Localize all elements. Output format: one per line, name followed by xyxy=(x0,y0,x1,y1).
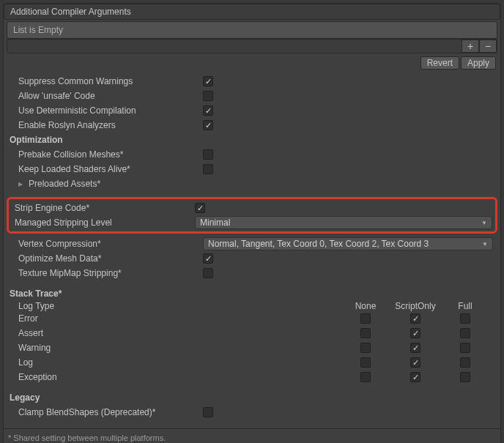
full-header: Full xyxy=(440,301,490,311)
exception-scriptonly-checkbox[interactable] xyxy=(410,372,420,382)
optimize-mesh-label: Optimize Mesh Data* xyxy=(18,253,203,264)
shared-setting-footnote: * Shared setting between multiple platfo… xyxy=(4,428,500,443)
chevron-down-icon: ▼ xyxy=(481,220,487,226)
list-footer: + − xyxy=(7,39,497,53)
vertex-compression-value: Normal, Tangent, Tex Coord 0, Tex Coord … xyxy=(208,239,429,249)
chevron-right-icon: ▶ xyxy=(18,181,26,187)
log-none-checkbox[interactable] xyxy=(360,357,371,368)
vertex-compression-dropdown[interactable]: Normal, Tangent, Tex Coord 0, Tex Coord … xyxy=(203,237,493,250)
keep-shaders-label: Keep Loaded Shaders Alive* xyxy=(18,164,203,174)
strip-engine-label: Strip Engine Code* xyxy=(15,203,195,213)
error-scriptonly-checkbox[interactable] xyxy=(410,313,420,324)
vertex-compression-row: Vertex Compression* Normal, Tangent, Tex… xyxy=(8,237,496,251)
allow-unsafe-label: Allow 'unsafe' Code xyxy=(18,91,203,101)
preloaded-assets-label: Preloaded Assets* xyxy=(29,179,100,189)
assert-full-checkbox[interactable] xyxy=(460,328,470,338)
roslyn-label: Enable Roslyn Analyzers xyxy=(18,120,203,130)
clamp-blendshapes-checkbox[interactable] xyxy=(203,407,213,417)
optimization-section: Optimization xyxy=(8,133,496,147)
deterministic-row: Use Deterministic Compilation xyxy=(8,103,496,118)
error-label: Error xyxy=(18,313,341,324)
error-none-checkbox[interactable] xyxy=(360,313,371,324)
keep-shaders-checkbox[interactable] xyxy=(203,164,213,174)
highlighted-stripping-section: Strip Engine Code* Managed Stripping Lev… xyxy=(7,197,497,234)
apply-button[interactable]: Apply xyxy=(461,56,496,70)
clamp-blendshapes-label: Clamp BlendShapes (Deprecated)* xyxy=(18,407,203,417)
panel-title: Additional Compiler Arguments xyxy=(10,7,131,17)
plus-icon: + xyxy=(467,41,473,51)
deterministic-checkbox[interactable] xyxy=(203,105,213,116)
stack-row-log: Log xyxy=(8,355,496,370)
stack-trace-section: Stack Trace* xyxy=(8,286,496,301)
texture-mipmap-checkbox[interactable] xyxy=(203,268,213,278)
additional-compiler-arguments-panel: Additional Compiler Arguments List is Em… xyxy=(3,3,501,443)
log-scriptonly-checkbox[interactable] xyxy=(410,357,420,368)
prebake-label: Prebake Collision Meshes* xyxy=(18,149,203,160)
scriptonly-header: ScriptOnly xyxy=(390,301,440,311)
warning-none-checkbox[interactable] xyxy=(360,343,371,353)
roslyn-row: Enable Roslyn Analyzers xyxy=(8,118,496,133)
revert-button[interactable]: Revert xyxy=(420,56,459,70)
keep-shaders-row: Keep Loaded Shaders Alive* xyxy=(8,162,496,176)
deterministic-label: Use Deterministic Compilation xyxy=(18,105,203,116)
managed-stripping-value: Minimal xyxy=(200,217,230,228)
warning-scriptonly-checkbox[interactable] xyxy=(410,343,420,353)
panel-title-bar: Additional Compiler Arguments xyxy=(4,4,500,20)
exception-none-checkbox[interactable] xyxy=(360,372,371,382)
exception-label: Exception xyxy=(18,372,341,382)
stack-row-exception: Exception xyxy=(8,370,496,384)
minus-icon: − xyxy=(485,41,491,51)
exception-full-checkbox[interactable] xyxy=(460,372,470,382)
managed-stripping-dropdown[interactable]: Minimal ▼ xyxy=(195,216,492,229)
clamp-blendshapes-row: Clamp BlendShapes (Deprecated)* xyxy=(8,405,496,420)
logtype-header: Log Type xyxy=(18,301,203,311)
allow-unsafe-row: Allow 'unsafe' Code xyxy=(8,89,496,103)
texture-mipmap-label: Texture MipMap Stripping* xyxy=(18,268,203,278)
preloaded-assets-row[interactable]: ▶ Preloaded Assets* xyxy=(8,176,496,191)
prebake-checkbox[interactable] xyxy=(203,149,213,160)
error-full-checkbox[interactable] xyxy=(460,313,470,324)
strip-engine-checkbox[interactable] xyxy=(195,203,205,213)
managed-stripping-row: Managed Stripping Level Minimal ▼ xyxy=(9,215,495,230)
optimize-mesh-checkbox[interactable] xyxy=(203,253,213,264)
none-header: None xyxy=(341,301,390,311)
optimization-title: Optimization xyxy=(10,135,63,145)
stack-trace-header: Log Type None ScriptOnly Full xyxy=(8,301,496,311)
arguments-list-empty: List is Empty xyxy=(7,21,497,39)
stack-row-assert: Assert xyxy=(8,326,496,340)
stack-trace-title: Stack Trace* xyxy=(10,288,62,299)
chevron-down-icon: ▼ xyxy=(482,241,488,247)
assert-label: Assert xyxy=(18,328,341,338)
prebake-row: Prebake Collision Meshes* xyxy=(8,147,496,162)
warning-full-checkbox[interactable] xyxy=(460,343,470,353)
texture-mipmap-row: Texture MipMap Stripping* xyxy=(8,266,496,280)
log-full-checkbox[interactable] xyxy=(460,357,470,368)
vertex-compression-label: Vertex Compression* xyxy=(18,239,203,249)
add-button[interactable]: + xyxy=(462,40,479,53)
assert-scriptonly-checkbox[interactable] xyxy=(410,328,420,338)
stack-row-error: Error xyxy=(8,311,496,326)
remove-button[interactable]: − xyxy=(479,40,497,53)
optimize-mesh-row: Optimize Mesh Data* xyxy=(8,251,496,266)
suppress-warnings-row: Suppress Common Warnings xyxy=(8,74,496,89)
legacy-title: Legacy xyxy=(10,392,40,403)
warning-label: Warning xyxy=(18,343,341,353)
assert-none-checkbox[interactable] xyxy=(360,328,371,338)
actions-row: Revert Apply xyxy=(4,53,500,74)
roslyn-checkbox[interactable] xyxy=(203,120,213,130)
stack-row-warning: Warning xyxy=(8,340,496,355)
suppress-warnings-checkbox[interactable] xyxy=(203,76,213,86)
managed-stripping-label: Managed Stripping Level xyxy=(15,217,195,228)
allow-unsafe-checkbox[interactable] xyxy=(203,91,213,101)
suppress-warnings-label: Suppress Common Warnings xyxy=(18,76,203,86)
strip-engine-row: Strip Engine Code* xyxy=(9,201,495,215)
log-label: Log xyxy=(18,357,341,368)
legacy-section: Legacy xyxy=(8,390,496,405)
